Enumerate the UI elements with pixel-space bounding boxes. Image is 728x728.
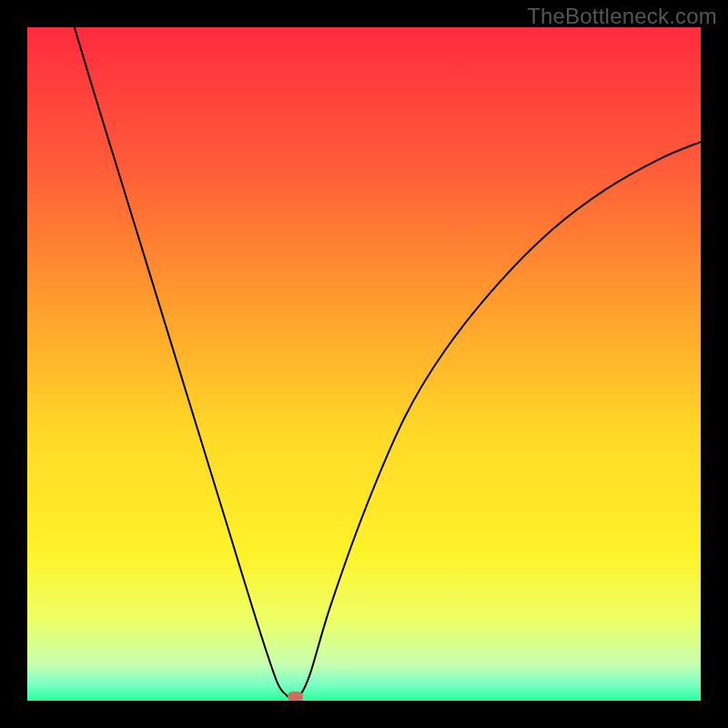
bottleneck-curve: [27, 27, 701, 701]
plot-area: [27, 27, 701, 701]
watermark-text: TheBottleneck.com: [527, 4, 717, 29]
optimum-marker: [288, 692, 302, 701]
chart-frame: TheBottleneck.com: [0, 0, 728, 728]
